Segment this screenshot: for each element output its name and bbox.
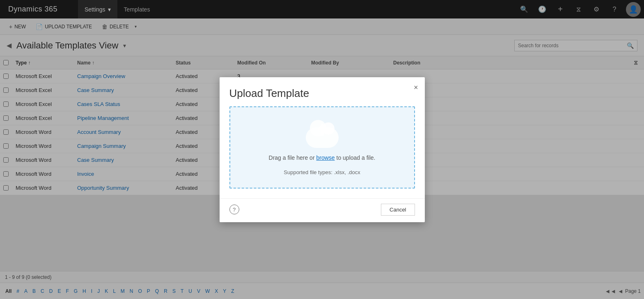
modal-body: Drag a file here or browse to upload a f…	[220, 106, 425, 198]
upload-dropzone[interactable]: Drag a file here or browse to upload a f…	[229, 106, 415, 189]
cloud-upload-icon	[306, 123, 339, 150]
modal-overlay: Upload Template × Drag a file here or br…	[0, 0, 644, 299]
upload-modal: Upload Template × Drag a file here or br…	[220, 77, 425, 222]
modal-title: Upload Template	[229, 87, 309, 100]
modal-close-button[interactable]: ×	[414, 84, 418, 91]
browse-link[interactable]: browse	[316, 154, 335, 161]
modal-header: Upload Template ×	[220, 77, 425, 106]
modal-footer: ? Cancel	[220, 198, 425, 222]
cancel-button[interactable]: Cancel	[381, 204, 415, 216]
help-button[interactable]: ?	[229, 205, 239, 214]
upload-instruction: Drag a file here or browse to upload a f…	[269, 154, 376, 161]
supported-types: Supported file types: .xlsx, .docx	[284, 169, 360, 175]
